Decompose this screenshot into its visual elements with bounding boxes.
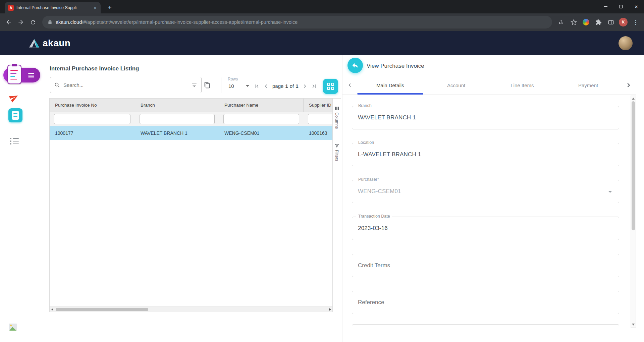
detail-title: View Purchase Invoice	[367, 63, 424, 69]
previous-page-button[interactable]	[261, 81, 270, 91]
browser-titlebar: A Internal Purchase Invoice Suppli × + ✕	[0, 0, 644, 13]
last-page-icon	[311, 83, 318, 90]
window-maximize-button[interactable]	[613, 0, 629, 13]
grid-icon	[327, 83, 330, 86]
field-branch[interactable]: Branch WAVELET BRANCH 1	[352, 106, 619, 129]
column-header-supplier-id[interactable]: Supplier ID	[304, 99, 333, 112]
vertical-scrollbar[interactable]	[631, 96, 636, 328]
search-box[interactable]	[50, 77, 202, 93]
rows-label: Rows	[228, 77, 250, 81]
filter-input-branch[interactable]	[140, 114, 215, 124]
funnel-icon	[335, 144, 339, 148]
tab-main-details[interactable]: Main Details	[357, 76, 423, 94]
new-tab-button[interactable]: +	[105, 3, 114, 12]
rows-per-page-select[interactable]: Rows 10	[228, 77, 250, 91]
filter-input-supplier-id[interactable]	[308, 114, 335, 124]
first-page-button[interactable]	[252, 81, 261, 91]
columns-label: Columns	[334, 112, 339, 129]
tab-account[interactable]: Account	[423, 76, 489, 94]
window-close-button[interactable]: ✕	[629, 0, 644, 13]
table-filter-row	[50, 112, 333, 126]
filters-panel-toggle[interactable]: Filters	[333, 144, 341, 161]
reload-button[interactable]	[27, 16, 39, 28]
side-panel-button[interactable]	[605, 16, 616, 28]
column-header-branch[interactable]: Branch	[135, 99, 219, 112]
sidebar-item-red-applet[interactable]	[9, 92, 19, 103]
tab-close-icon[interactable]: ×	[93, 5, 97, 10]
chevron-left-icon	[263, 83, 269, 90]
controls-divider	[221, 77, 221, 93]
rows-value: 10	[228, 83, 234, 89]
columns-panel-toggle[interactable]: Columns	[333, 107, 341, 129]
invoice-listing-panel: Internal Purchase Invoice Listing Rows 1…	[49, 55, 341, 312]
bookmark-button[interactable]	[568, 16, 579, 28]
table-row-selected[interactable]: 1000177 WAVELET BRANCH 1 WENG-CSEM01 100…	[50, 126, 333, 140]
field-credit-terms[interactable]: Credit Terms	[352, 254, 619, 277]
paper-plane-icon	[8, 91, 20, 104]
tabs-scroll-right-button[interactable]	[621, 76, 636, 94]
address-bar[interactable]: akaun.cloud/#/applets/tnt/wavelet/erp/in…	[42, 16, 552, 28]
chevron-right-icon	[625, 81, 632, 89]
view-columns-icon	[335, 107, 339, 110]
horizontal-scrollbar[interactable]	[50, 306, 333, 312]
user-avatar[interactable]	[619, 36, 633, 50]
akaun-logo-icon	[29, 39, 40, 48]
menu-icon	[28, 73, 35, 78]
app-header: akaun	[0, 31, 644, 55]
forward-button[interactable]	[15, 16, 27, 28]
tab-line-items[interactable]: Line Items	[489, 76, 555, 94]
tabs-scroll-left-button[interactable]	[342, 76, 357, 94]
scroll-up-arrow[interactable]	[631, 96, 636, 101]
window-minimize-button[interactable]	[598, 0, 613, 13]
scroll-left-arrow[interactable]	[50, 307, 55, 312]
image-placeholder-icon	[9, 324, 17, 331]
invoice-table: Purchase Invoice No Branch Purchaser Nam…	[49, 98, 341, 312]
sidebar-item-invoice-applet-active[interactable]	[8, 108, 22, 122]
next-page-button[interactable]	[301, 81, 310, 91]
share-icon	[558, 19, 564, 25]
search-input[interactable]	[63, 82, 188, 88]
sidebar-item-listing[interactable]	[10, 138, 19, 146]
last-page-button[interactable]	[310, 81, 319, 91]
close-icon: ✕	[635, 4, 638, 9]
detail-tabs: Main Details Account Line Items Payment	[342, 76, 636, 95]
akaun-logo[interactable]: akaun	[29, 38, 70, 49]
filter-input-purchaser-name[interactable]	[223, 114, 299, 124]
url-text: akaun.cloud/#/applets/tnt/wavelet/erp/in…	[56, 19, 298, 25]
column-header-invoice-no[interactable]: Purchase Invoice No	[50, 99, 135, 112]
filters-label: Filters	[334, 150, 339, 161]
page-indicator: page 1 of 1	[272, 83, 299, 89]
cell-invoice-no: 1000177	[50, 126, 135, 140]
browser-profile-button[interactable]: K	[618, 16, 629, 28]
sidebar	[0, 55, 32, 342]
column-header-purchaser-name[interactable]: Purchaser Name	[219, 99, 304, 112]
window-controls: ✕	[598, 0, 644, 13]
scroll-down-arrow[interactable]	[631, 322, 636, 327]
back-button[interactable]	[3, 16, 15, 28]
puzzle-icon	[595, 19, 602, 25]
scroll-right-arrow[interactable]	[327, 307, 333, 312]
clipboard-applet-icon[interactable]	[7, 65, 21, 84]
grid-view-button[interactable]	[323, 79, 338, 94]
lock-icon	[48, 20, 52, 24]
browser-tab[interactable]: A Internal Purchase Invoice Suppli ×	[5, 2, 101, 13]
current-page: 1	[285, 83, 288, 89]
vertical-scroll-thumb[interactable]	[632, 101, 635, 230]
tab-payment[interactable]: Payment	[555, 76, 621, 94]
field-reference[interactable]: Reference	[352, 291, 619, 314]
extensions-button[interactable]	[593, 16, 604, 28]
field-location[interactable]: Location L-WAVELET BRANCH 1	[352, 143, 619, 166]
filter-list-icon[interactable]	[191, 82, 197, 88]
tab-title: Internal Purchase Invoice Suppli	[16, 5, 90, 10]
field-purchaser[interactable]: Purchaser* WENG-CSEM01	[352, 180, 619, 203]
dropdown-caret-icon	[608, 191, 612, 193]
share-button[interactable]	[555, 16, 567, 28]
extension-colorful-button[interactable]	[580, 16, 592, 28]
browser-menu-button[interactable]: ⋮	[630, 16, 641, 28]
back-to-listing-button[interactable]	[347, 58, 363, 73]
field-transaction-date[interactable]: Transaction Date 2023-03-16	[352, 217, 619, 240]
copy-view-button[interactable]	[202, 80, 212, 90]
field-partial-next[interactable]	[352, 324, 619, 342]
filter-input-invoice-no[interactable]	[54, 114, 130, 124]
horizontal-scroll-thumb[interactable]	[56, 308, 148, 311]
